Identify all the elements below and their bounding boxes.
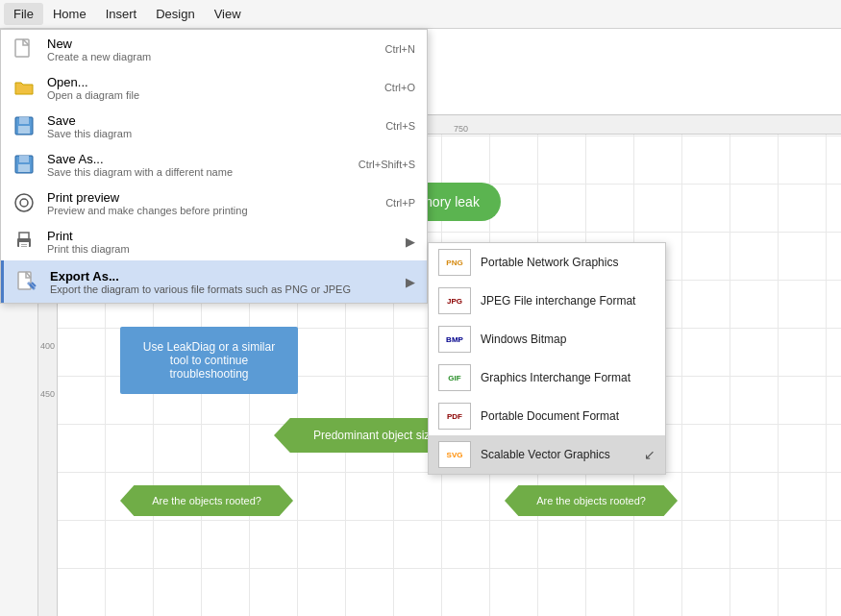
bmp-label: Windows Bitmap: [481, 333, 566, 346]
svg-rect-2: [19, 117, 29, 124]
menu-item-open[interactable]: Open... Open a diagram file Ctrl+O: [1, 68, 427, 107]
menu-item-export[interactable]: Export As... Export the diagram to vario…: [1, 260, 427, 303]
jpg-label: JPEG File interchange Format: [481, 294, 635, 308]
bmp-icon: BMP: [438, 326, 471, 353]
export-bmp[interactable]: BMP Windows Bitmap: [429, 320, 665, 358]
open-subtitle: Open a diagram file: [47, 89, 373, 101]
open-text: Open... Open a diagram file: [47, 75, 373, 101]
export-jpg[interactable]: JPG JPEG File interchange Format: [429, 282, 665, 320]
png-label: Portable Network Graphics: [481, 256, 618, 269]
export-submenu: PNG Portable Network Graphics JPG JPEG F…: [428, 242, 666, 475]
menu-item-save[interactable]: Save Save this diagram Ctrl+S: [1, 107, 427, 145]
gif-label: Graphics Interchange Format: [481, 371, 631, 384]
main-area: 350 400 450 500 550 600 650 700 750 200 …: [0, 115, 841, 616]
export-title: Export As...: [50, 269, 394, 283]
menu-design[interactable]: Design: [146, 3, 204, 25]
save-as-shortcut: Ctrl+Shift+S: [359, 159, 415, 170]
menu-home[interactable]: Home: [43, 3, 96, 25]
save-subtitle: Save this diagram: [47, 128, 374, 139]
print-preview-text: Print preview Preview and make changes b…: [47, 190, 374, 216]
save-title: Save: [47, 113, 374, 128]
new-icon: [12, 37, 36, 61]
export-pdf[interactable]: PDF Portable Document Format: [429, 397, 665, 435]
save-as-subtitle: Save this diagram with a different name: [47, 166, 347, 178]
gif-icon: GIF: [438, 364, 471, 391]
save-as-text: Save As... Save this diagram with a diff…: [47, 152, 347, 178]
new-subtitle: Create a new diagram: [47, 51, 374, 62]
menu-item-print[interactable]: Print Print this diagram ▶: [1, 222, 427, 260]
file-menu: New Create a new diagram Ctrl+N Open... …: [0, 29, 428, 304]
export-text: Export As... Export the diagram to vario…: [50, 269, 394, 295]
export-png[interactable]: PNG Portable Network Graphics: [429, 243, 665, 282]
svg-rect-12: [21, 244, 27, 245]
export-gif[interactable]: GIF Graphics Interchange Format: [429, 358, 665, 397]
new-title: New: [47, 37, 374, 51]
file-menu-overlay: New Create a new diagram Ctrl+N Open... …: [0, 29, 841, 530]
menu-item-save-as[interactable]: Save As... Save this diagram with a diff…: [1, 145, 427, 184]
save-as-icon: [12, 153, 36, 176]
menu-view[interactable]: View: [205, 3, 251, 25]
cursor-indicator: ↙: [644, 447, 655, 462]
save-text: Save Save this diagram: [47, 113, 374, 139]
menu-file[interactable]: File: [4, 3, 43, 25]
svg-label: Scalable Vector Graphics: [481, 448, 610, 461]
print-preview-shortcut: Ctrl+P: [385, 197, 415, 209]
export-arrow: ▶: [406, 275, 415, 289]
menu-item-new[interactable]: New Create a new diagram Ctrl+N: [1, 30, 427, 68]
print-preview-icon: [12, 191, 36, 214]
pdf-icon: PDF: [438, 403, 471, 430]
print-text: Print Print this diagram: [47, 229, 383, 255]
print-preview-subtitle: Preview and make changes before printing: [47, 205, 374, 216]
svg-icon: SVG: [438, 441, 471, 468]
svg-rect-5: [19, 156, 29, 162]
jpg-icon: JPG: [438, 287, 471, 314]
svg-rect-0: [15, 39, 29, 57]
print-icon: [12, 230, 36, 253]
print-arrow: ▶: [406, 234, 415, 249]
save-as-title: Save As...: [47, 152, 347, 166]
new-text: New Create a new diagram: [47, 37, 374, 62]
svg-point-8: [20, 199, 28, 207]
svg-rect-3: [18, 126, 30, 134]
open-icon: [12, 76, 36, 99]
save-icon: [12, 114, 36, 137]
save-shortcut: Ctrl+S: [385, 120, 415, 132]
export-svg[interactable]: SVG Scalable Vector Graphics ↙: [429, 435, 665, 474]
png-icon: PNG: [438, 249, 471, 276]
open-shortcut: Ctrl+O: [384, 82, 415, 93]
new-shortcut: Ctrl+N: [385, 43, 415, 55]
pdf-label: Portable Document Format: [481, 409, 619, 423]
print-subtitle: Print this diagram: [47, 243, 383, 255]
export-subtitle: Export the diagram to various file forma…: [50, 283, 394, 295]
menubar: File Home Insert Design View: [0, 0, 841, 29]
menu-insert[interactable]: Insert: [96, 3, 147, 25]
svg-point-7: [15, 194, 33, 211]
svg-rect-6: [18, 164, 30, 172]
print-title: Print: [47, 229, 383, 243]
svg-rect-11: [19, 233, 29, 239]
svg-rect-13: [21, 246, 27, 247]
menu-item-print-preview[interactable]: Print preview Preview and make changes b…: [1, 184, 427, 222]
open-title: Open...: [47, 75, 373, 89]
export-doc-icon: [15, 270, 38, 293]
print-preview-title: Print preview: [47, 190, 374, 205]
